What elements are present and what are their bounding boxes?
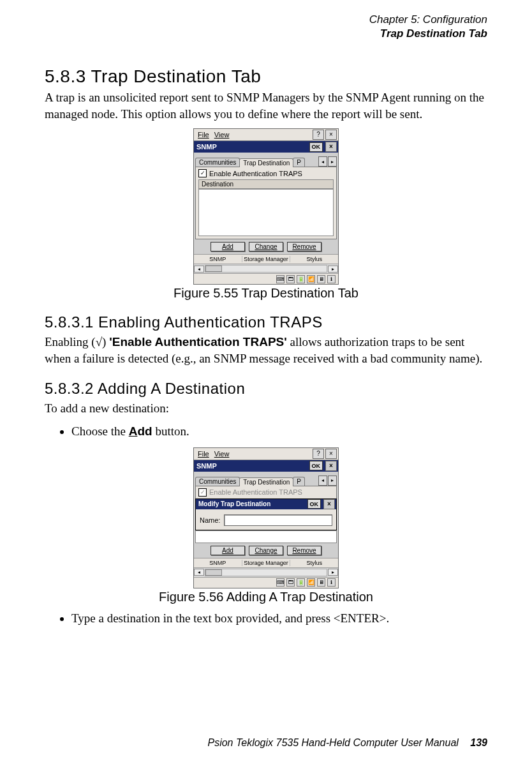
header-chapter: Chapter 5: Configuration <box>45 13 487 27</box>
menubar: File View ? × <box>194 448 338 460</box>
taskbar-item-snmp[interactable]: SNMP <box>194 256 242 262</box>
remove-button[interactable]: Remove <box>287 546 321 555</box>
taskbar-apps: SNMP Storage Manager Stylus <box>194 558 338 567</box>
menu-view[interactable]: View <box>212 449 232 458</box>
horizontal-scrollbar[interactable]: ◂ ▸ <box>194 264 338 273</box>
tray-icon[interactable]: 🗔 <box>286 275 295 283</box>
paragraph-add-dest-intro: To add a new destination: <box>45 400 487 417</box>
heading-5-8-3: 5.8.3 Trap Destination Tab <box>45 66 487 87</box>
scroll-left-icon[interactable]: ◂ <box>194 266 204 273</box>
taskbar-item-storage[interactable]: Storage Manager <box>242 560 291 566</box>
enable-traps-checkbox: ✓ <box>198 488 207 497</box>
tray-icon[interactable]: 🔋 <box>297 275 305 283</box>
scroll-left-icon[interactable]: ◂ <box>194 569 204 576</box>
add-button[interactable]: Add <box>211 242 245 251</box>
enable-traps-checkbox[interactable]: ✓ <box>198 169 207 177</box>
scroll-right-icon[interactable]: ▸ <box>328 569 338 576</box>
screenshot-trap-tab: File View ? × SNMP OK × Communities Trap… <box>193 128 339 285</box>
enable-traps-label: Enable Authentication TRAPS <box>209 488 302 496</box>
change-button[interactable]: Change <box>249 242 283 251</box>
close-icon[interactable]: × <box>325 461 337 471</box>
ok-button[interactable]: OK <box>309 461 323 470</box>
window-titlebar: SNMP OK × <box>194 141 338 153</box>
page-number: 139 <box>470 737 487 748</box>
taskbar-item-storage[interactable]: Storage Manager <box>242 256 291 262</box>
tab-scroll-left[interactable]: ◂ <box>318 156 327 167</box>
footer-text: Psion Teklogix 7535 Hand-Held Computer U… <box>207 737 458 748</box>
tray-icon[interactable]: ℹ <box>327 275 336 283</box>
tab-scroll-left[interactable]: ◂ <box>318 476 327 486</box>
screenshot-add-trap: File View ? × SNMP OK × Communities Trap… <box>193 447 339 588</box>
tray-icon[interactable]: 🖥 <box>317 578 325 587</box>
menu-view[interactable]: View <box>212 130 232 139</box>
window-title: SNMP <box>195 143 309 151</box>
figure-5-55: File View ? × SNMP OK × Communities Trap… <box>45 128 487 285</box>
tab-panel: ✓ Enable Authentication TRAPS <box>195 486 337 498</box>
tray-icon[interactable]: 📶 <box>307 578 315 587</box>
paragraph-enable-traps: Enabling (√) 'Enable Authentication TRAP… <box>45 334 487 366</box>
tray-icon[interactable]: 🔋 <box>297 578 305 587</box>
tab-trap-destination[interactable]: Trap Destination <box>239 477 293 486</box>
dialog-close-icon[interactable]: × <box>323 499 335 509</box>
window-title: SNMP <box>195 462 309 470</box>
tab-strip: Communities Trap Destination P ◂ ▸ <box>194 472 338 486</box>
menu-file[interactable]: File <box>195 449 212 458</box>
close-button[interactable]: × <box>325 449 337 459</box>
destination-list[interactable] <box>198 189 334 236</box>
tray-icon[interactable]: 🗔 <box>286 578 295 587</box>
modify-trap-dialog: Modify Trap Destination OK × Name: <box>195 498 337 530</box>
tab-p[interactable]: P <box>293 158 305 167</box>
list-area <box>195 530 337 543</box>
tab-p[interactable]: P <box>293 477 305 486</box>
close-button[interactable]: × <box>325 130 337 140</box>
add-button[interactable]: Add <box>211 546 245 555</box>
scroll-right-icon[interactable]: ▸ <box>328 266 338 273</box>
tab-panel: ✓ Enable Authentication TRAPS Destinatio… <box>195 167 337 239</box>
tray-icon[interactable]: ⌨ <box>276 578 284 587</box>
tab-scroll-right[interactable]: ▸ <box>328 156 337 167</box>
tray-icon[interactable]: 🖥 <box>317 275 325 283</box>
tab-scroll-right[interactable]: ▸ <box>328 476 337 486</box>
destination-column-header: Destination <box>198 179 334 189</box>
name-input[interactable] <box>224 514 332 526</box>
remove-button[interactable]: Remove <box>287 242 321 251</box>
tray-icon[interactable]: 📶 <box>307 275 315 283</box>
menubar: File View ? × <box>194 129 338 141</box>
figure-5-55-caption: Figure 5.55 Trap Destination Tab <box>45 286 487 301</box>
help-button[interactable]: ? <box>313 449 324 459</box>
tray-icon[interactable]: ℹ <box>327 578 336 587</box>
window-titlebar: SNMP OK × <box>194 460 338 472</box>
page-footer: Psion Teklogix 7535 Hand-Held Computer U… <box>207 737 487 749</box>
page-header: Chapter 5: Configuration Trap Destinatio… <box>45 13 487 41</box>
change-button[interactable]: Change <box>249 546 283 555</box>
ok-button[interactable]: OK <box>309 142 323 152</box>
bullet-type-destination: Type a destination in the text box provi… <box>71 610 487 628</box>
dialog-title: Modify Trap Destination <box>197 500 307 507</box>
dialog-ok-button[interactable]: OK <box>307 499 321 509</box>
help-button[interactable]: ? <box>313 130 324 140</box>
horizontal-scrollbar[interactable]: ◂ ▸ <box>194 567 338 577</box>
name-label: Name: <box>200 516 220 524</box>
scroll-thumb[interactable] <box>205 569 222 576</box>
heading-5-8-3-1: 5.8.3.1 Enabling Authentication TRAPS <box>45 313 487 331</box>
tab-communities[interactable]: Communities <box>195 477 240 486</box>
taskbar-apps: SNMP Storage Manager Stylus <box>194 254 338 264</box>
menu-file[interactable]: File <box>195 130 212 139</box>
paragraph-trap-intro: A trap is an unsolicited report sent to … <box>45 89 487 122</box>
system-tray: ⌨ 🗔 🔋 📶 🖥 ℹ <box>194 273 338 284</box>
button-row: Add Change Remove <box>194 543 338 558</box>
taskbar-item-stylus[interactable]: Stylus <box>290 560 338 566</box>
heading-5-8-3-2: 5.8.3.2 Adding A Destination <box>45 380 487 398</box>
tab-communities[interactable]: Communities <box>195 158 240 167</box>
close-icon[interactable]: × <box>325 142 337 152</box>
taskbar-item-snmp[interactable]: SNMP <box>194 560 242 566</box>
figure-5-56: File View ? × SNMP OK × Communities Trap… <box>45 447 487 588</box>
button-row: Add Change Remove <box>194 239 338 254</box>
taskbar-item-stylus[interactable]: Stylus <box>290 256 338 262</box>
tray-icon[interactable]: ⌨ <box>276 275 284 283</box>
header-section: Trap Destination Tab <box>45 27 487 41</box>
bullet-choose-add: Choose the Add button. <box>71 423 487 441</box>
scroll-thumb[interactable] <box>205 266 222 272</box>
tab-trap-destination[interactable]: Trap Destination <box>239 158 293 167</box>
figure-5-56-caption: Figure 5.56 Adding A Trap Destination <box>45 590 487 604</box>
